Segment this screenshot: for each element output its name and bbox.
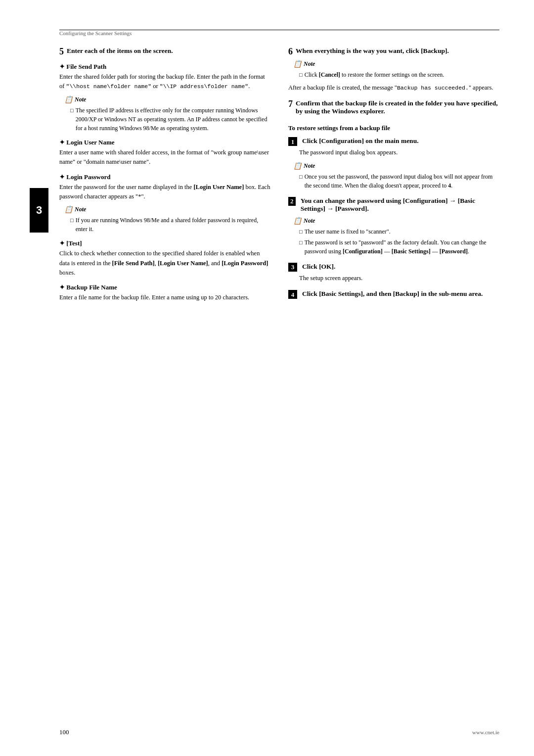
step6-after-note: After a backup file is created, the mess… (288, 83, 499, 93)
file-send-path-body: Enter the shared folder path for storing… (59, 72, 270, 92)
note2-title: 📋 Note (64, 205, 270, 214)
restore-step2-note-label: Note (304, 217, 315, 225)
test-body: Click to check whether connection to the… (59, 249, 270, 278)
restore-step1-label: Click [Configuration] on the main menu. (302, 137, 419, 145)
main-content: 5 Enter each of the items on the screen.… (59, 47, 499, 309)
step5-number: 5 (59, 47, 64, 56)
step5-heading: 5 Enter each of the items on the screen. (59, 47, 270, 56)
restore-step2-note-title: 📋 Note (293, 217, 499, 225)
header: Configuring the Scanner Settings (59, 30, 499, 38)
step6-label: When everything is the way you want, cli… (296, 47, 449, 55)
step7-number: 7 (288, 99, 293, 108)
check-sym3: □ (299, 71, 303, 79)
login-password-title: ✦ Login Password (59, 173, 270, 181)
restore-step3-label: Click [OK]. (302, 263, 336, 271)
note2-label: Note (75, 206, 86, 213)
step7-label: Confirm that the backup file is created … (296, 99, 499, 115)
restore-step2-heading: 2 You can change the password using [Con… (288, 197, 499, 213)
note1-label: Note (75, 96, 86, 103)
restore-step2-number: 2 (288, 197, 296, 206)
note1-item1-text: The specified IP address is effective on… (76, 106, 270, 133)
restore-step2-note-item2: □ The password is set to "password" as t… (299, 238, 499, 256)
restore-step3-heading: 3 Click [OK]. (288, 263, 499, 272)
step6-note-item1-text: Click [Cancel] to restore the former set… (305, 70, 445, 79)
restore-step2-label: You can change the password using [Confi… (301, 197, 499, 213)
step6-note: 📋 Note □ Click [Cancel] to restore the f… (293, 60, 499, 79)
restore-step2-note: 📋 Note □ The user name is fixed to "scan… (293, 217, 499, 256)
login-user-name-section: ✦ Login User Name Enter a user name with… (59, 139, 270, 167)
step7-block: 7 Confirm that the backup file is create… (288, 99, 499, 115)
step6-note-title: 📋 Note (293, 60, 499, 68)
check-sym6: □ (299, 238, 303, 247)
step6-note-body: □ Click [Cancel] to restore the former s… (293, 70, 499, 79)
note1-icon: 📋 (64, 95, 73, 104)
restore-step2-note-item1-text: The user name is fixed to "scanner". (305, 227, 391, 236)
restore-step3-body: The setup screen appears. (288, 274, 499, 283)
check-sym5: □ (299, 228, 303, 236)
restore-step1-note-item1: □ Once you set the password, the passwor… (299, 172, 499, 190)
restore-step1-note-title: 📋 Note (293, 162, 499, 170)
restore-step4-number: 4 (288, 290, 297, 299)
restore-step2-note-item2-text: The password is set to "password" as the… (305, 238, 499, 256)
step5-block: 5 Enter each of the items on the screen. (59, 47, 270, 56)
check-sym4: □ (299, 173, 303, 181)
restore-step1-note-icon: 📋 (293, 162, 302, 170)
page-number: 100 (59, 728, 69, 736)
header-text: Configuring the Scanner Settings (59, 30, 132, 36)
check-sym2: □ (70, 216, 74, 225)
restore-step2-block: 2 You can change the password using [Con… (288, 197, 499, 256)
login-password-body: Enter the password for the user name dis… (59, 183, 270, 202)
step6-heading: 6 When everything is the way you want, c… (288, 47, 499, 56)
backup-file-name-title: ✦ Backup File Name (59, 284, 270, 291)
tab-number: 3 (36, 204, 42, 217)
login-user-name-body: Enter a user name with shared folder acc… (59, 148, 270, 167)
check-sym1: □ (70, 106, 74, 115)
footer: 100 www.cnet.ie (59, 728, 499, 736)
restore-step1-number: 1 (288, 137, 297, 146)
footer-url: www.cnet.ie (472, 729, 499, 735)
restore-heading: To restore settings from a backup file (288, 124, 499, 132)
login-user-name-title: ✦ Login User Name (59, 139, 270, 146)
step6-number: 6 (288, 47, 293, 56)
login-password-section: ✦ Login Password Enter the password for … (59, 173, 270, 234)
restore-step4-label: Click [Basic Settings], and then [Backup… (302, 290, 483, 298)
tab-marker: 3 (30, 188, 48, 233)
restore-step2-note-item1: □ The user name is fixed to "scanner". (299, 227, 499, 236)
note2-icon: 📋 (64, 205, 73, 214)
diamond2: ✦ (59, 139, 65, 146)
restore-step1-note-item1-text: Once you set the password, the password … (305, 172, 499, 190)
step7-heading: 7 Confirm that the backup file is create… (288, 99, 499, 115)
note2-item1-text: If you are running Windows 98/Me and a s… (76, 216, 270, 234)
backup-file-name-body: Enter a file name for the backup file. E… (59, 293, 270, 302)
restore-step4-heading: 4 Click [Basic Settings], and then [Back… (288, 290, 499, 299)
diamond5: ✦ (59, 284, 65, 291)
step6-note-label: Note (304, 60, 315, 68)
step6-block: 6 When everything is the way you want, c… (288, 47, 499, 93)
restore-step1-heading: 1 Click [Configuration] on the main menu… (288, 137, 499, 146)
note1-body: □ The specified IP address is effective … (64, 106, 270, 133)
restore-step3-block: 3 Click [OK]. The setup screen appears. (288, 263, 499, 283)
file-send-path-title: ✦ File Send Path (59, 63, 270, 71)
test-title: ✦ [Test] (59, 239, 270, 247)
diamond1: ✦ (59, 63, 65, 70)
page: Configuring the Scanner Settings 3 5 Ent… (0, 0, 534, 756)
diamond4: ✦ (59, 239, 65, 247)
restore-step1-note-label: Note (304, 162, 315, 170)
step5-label: Enter each of the items on the screen. (67, 47, 173, 55)
restore-step1-block: 1 Click [Configuration] on the main menu… (288, 137, 499, 189)
note2-item1: □ If you are running Windows 98/Me and a… (70, 216, 270, 234)
restore-step1-body: The password input dialog box appears. (288, 148, 499, 157)
note1-title: 📋 Note (64, 95, 270, 104)
note1-item1: □ The specified IP address is effective … (70, 106, 270, 133)
restore-step4-block: 4 Click [Basic Settings], and then [Back… (288, 290, 499, 299)
restore-step2-note-icon: 📋 (293, 217, 302, 225)
restore-step2-note-body: □ The user name is fixed to "scanner". □… (293, 227, 499, 256)
login-password-note: 📋 Note □ If you are running Windows 98/M… (64, 205, 270, 234)
restore-step1-note-body: □ Once you set the password, the passwor… (293, 172, 499, 190)
test-section: ✦ [Test] Click to check whether connecti… (59, 239, 270, 278)
left-column: 5 Enter each of the items on the screen.… (59, 47, 270, 309)
diamond3: ✦ (59, 173, 65, 181)
file-send-path-section: ✦ File Send Path Enter the shared folder… (59, 63, 270, 133)
note2-body: □ If you are running Windows 98/Me and a… (64, 216, 270, 234)
step6-note-item1: □ Click [Cancel] to restore the former s… (299, 70, 499, 79)
